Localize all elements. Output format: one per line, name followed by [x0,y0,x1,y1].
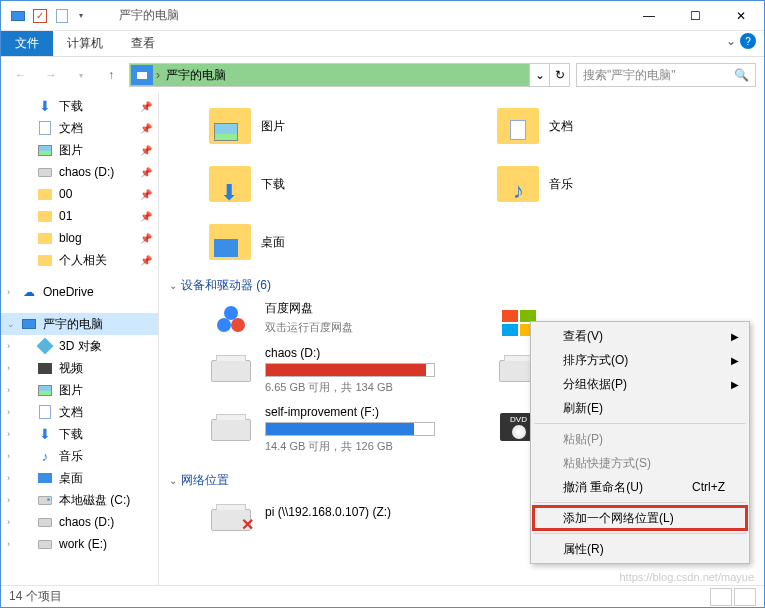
sidebar-item[interactable]: chaos (D:) 📌 [1,161,158,183]
tree-expand-icon[interactable]: › [7,385,10,395]
folder-item[interactable]: 桌面 [209,215,467,269]
qat-properties-icon[interactable] [51,5,73,27]
qat-dropdown-icon[interactable]: ▾ [77,11,83,20]
sidebar-item[interactable]: › work (E:) [1,533,158,555]
folder-item[interactable]: ♪ 音乐 [497,157,755,211]
folder-item[interactable]: ⬇ 下载 [209,157,467,211]
sidebar-item[interactable]: ⬇ 下载 📌 [1,95,158,117]
close-button[interactable]: ✕ [718,1,764,31]
drive-usage-text: 6.65 GB 可用，共 134 GB [265,380,467,395]
folder-icon [497,108,539,144]
tree-expand-icon[interactable]: › [7,517,10,527]
navigation-row: ← → ▾ ↑ › 严宇的电脑 ⌄ ↻ 搜索"严宇的电脑" 🔍 [1,57,764,93]
device-drive[interactable]: self-improvement (F:) 14.4 GB 可用，共 126 G… [209,405,467,454]
context-menu-item[interactable]: 添加一个网络位置(L) [533,506,747,530]
tree-expand-icon[interactable]: › [7,495,10,505]
qat-checkbox-icon[interactable]: ✓ [33,9,47,23]
sidebar-item[interactable]: 01 📌 [1,205,158,227]
context-menu-separator [534,502,746,503]
sidebar-item[interactable]: › 文档 [1,401,158,423]
tab-view[interactable]: 查看 [117,31,169,56]
navigation-sidebar[interactable]: ⬇ 下载 📌 文档 📌 图片 📌 chaos (D:) 📌 00 📌 01 📌 … [1,93,159,585]
folder-icon [209,224,251,260]
sidebar-item-onedrive[interactable]: › ☁ OneDrive [1,281,158,303]
nav-forward-button[interactable]: → [39,63,63,87]
section-devices-header[interactable]: ⌄ 设备和驱动器 (6) [169,277,754,294]
sidebar-item[interactable]: 00 📌 [1,183,158,205]
address-bar[interactable]: › 严宇的电脑 ⌄ ↻ [129,63,570,87]
sidebar-item[interactable]: › ♪ 音乐 [1,445,158,467]
folder-item[interactable]: 图片 [209,99,467,153]
doc-icon [37,120,53,136]
device-drive[interactable]: chaos (D:) 6.65 GB 可用，共 134 GB [209,346,467,395]
sidebar-item[interactable]: › 本地磁盘 (C:) [1,489,158,511]
context-menu-item[interactable]: 分组依据(P) ▶ [533,372,747,396]
3d-icon [37,338,53,354]
folder-icon [209,108,251,144]
sidebar-item[interactable]: › chaos (D:) [1,511,158,533]
sidebar-item[interactable]: › 视频 [1,357,158,379]
tree-expand-icon[interactable]: › [7,451,10,461]
minimize-button[interactable]: — [626,1,672,31]
submenu-arrow-icon: ▶ [731,331,739,342]
pin-icon: 📌 [140,167,152,178]
section-header-label: 网络位置 [181,472,229,489]
view-icons-button[interactable] [734,588,756,606]
address-path[interactable]: 严宇的电脑 [160,67,529,84]
context-menu-item[interactable]: 属性(R) [533,537,747,561]
sidebar-item[interactable]: › 桌面 [1,467,158,489]
tree-collapse-icon[interactable]: ⌄ [7,319,15,329]
folder-label: 桌面 [261,234,285,251]
tree-expand-icon[interactable]: › [7,341,10,351]
drive-usage-bar [265,422,435,436]
dl-icon: ⬇ [37,426,53,442]
status-bar: 14 个项目 [1,585,764,607]
drive-icon [37,514,53,530]
folder-item[interactable]: 文档 [497,99,755,153]
sidebar-item[interactable]: 个人相关 📌 [1,249,158,271]
address-dropdown-button[interactable]: ⌄ [529,64,549,86]
sidebar-item-label: blog [59,231,82,245]
sidebar-item[interactable]: 图片 📌 [1,139,158,161]
section-header-label: 设备和驱动器 (6) [181,277,271,294]
sidebar-item[interactable]: › ⬇ 下载 [1,423,158,445]
drive-usage-text: 14.4 GB 可用，共 126 GB [265,439,467,454]
sidebar-item-label: OneDrive [43,285,94,299]
sidebar-item-thispc[interactable]: ⌄ 严宇的电脑 [1,313,158,335]
sidebar-item[interactable]: › 3D 对象 [1,335,158,357]
pin-icon: 📌 [140,145,152,156]
folder-icon [37,208,53,224]
tab-file[interactable]: 文件 [1,31,53,56]
nav-back-button[interactable]: ← [9,63,33,87]
search-input[interactable]: 搜索"严宇的电脑" 🔍 [576,63,756,87]
context-menu-item[interactable]: 刷新(E) [533,396,747,420]
tree-expand-icon[interactable]: › [7,287,10,297]
maximize-button[interactable]: ☐ [672,1,718,31]
nav-recent-dropdown[interactable]: ▾ [69,63,93,87]
view-details-button[interactable] [710,588,732,606]
context-menu-item[interactable]: 撤消 重命名(U) Ctrl+Z [533,475,747,499]
pic-icon [37,142,53,158]
address-refresh-button[interactable]: ↻ [549,64,569,86]
sidebar-item[interactable]: blog 📌 [1,227,158,249]
sidebar-item[interactable]: › 图片 [1,379,158,401]
sidebar-item-label: 下载 [59,426,83,443]
nav-up-button[interactable]: ↑ [99,63,123,87]
tree-expand-icon[interactable]: › [7,429,10,439]
app-icon[interactable] [7,5,29,27]
context-menu-item[interactable]: 排序方式(O) ▶ [533,348,747,372]
help-icon[interactable]: ? [740,33,756,49]
context-menu-item[interactable]: 查看(V) ▶ [533,324,747,348]
context-menu-item: 粘贴(P) [533,427,747,451]
tree-expand-icon[interactable]: › [7,407,10,417]
tree-expand-icon[interactable]: › [7,363,10,373]
folder-label: 音乐 [549,176,573,193]
tab-computer[interactable]: 计算机 [53,31,117,56]
device-baidu[interactable]: 百度网盘 双击运行百度网盘 [209,300,467,336]
folder-icon [37,186,53,202]
sidebar-item[interactable]: 文档 📌 [1,117,158,139]
tree-expand-icon[interactable]: › [7,539,10,549]
ribbon-expand-icon[interactable]: ⌄ [726,34,736,48]
tree-expand-icon[interactable]: › [7,473,10,483]
sidebar-item-label: 文档 [59,404,83,421]
